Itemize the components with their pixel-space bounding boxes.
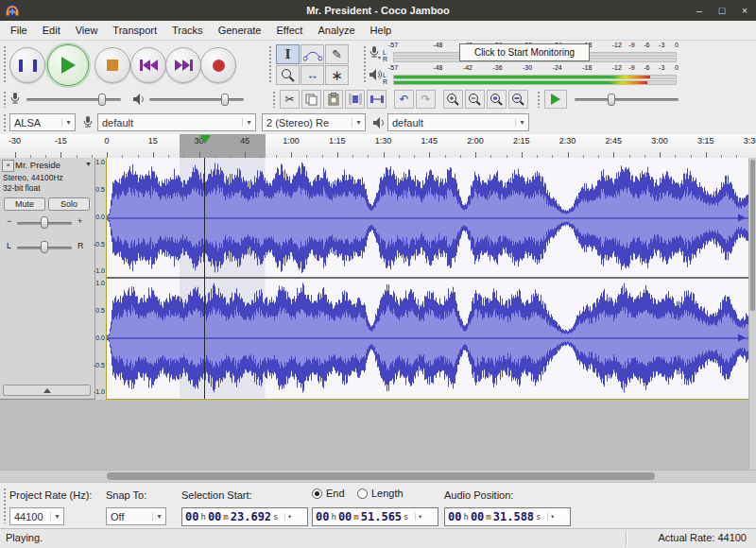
menu-analyze[interactable]: Analyze bbox=[310, 23, 362, 38]
end-radio[interactable] bbox=[312, 488, 322, 499]
selection-end-timebox[interactable]: 00h 00m 51.565s ▾ bbox=[312, 507, 438, 526]
menu-generate[interactable]: Generate bbox=[211, 23, 269, 38]
length-radio-group[interactable]: Length bbox=[357, 488, 404, 499]
snap-to-label: Snap To: bbox=[106, 489, 146, 501]
audio-host-value: ALSA bbox=[10, 117, 61, 128]
silence-audio-button[interactable] bbox=[367, 90, 387, 109]
monitoring-tooltip[interactable]: Click to Start Monitoring bbox=[459, 43, 590, 61]
audio-position-timebox[interactable]: 00h 00m 31.588s ▾ bbox=[444, 507, 571, 526]
timeshift-tool-button[interactable]: ↔ bbox=[301, 65, 324, 85]
transcription-toolbar-grip[interactable] bbox=[537, 91, 541, 108]
menu-help[interactable]: Help bbox=[363, 23, 400, 38]
stop-button[interactable] bbox=[94, 47, 130, 83]
horizontal-scrollbar[interactable] bbox=[0, 470, 756, 482]
mixer-toolbar-grip[interactable] bbox=[3, 91, 7, 108]
microphone-icon bbox=[369, 45, 381, 60]
play-speed-knob[interactable] bbox=[608, 94, 615, 106]
track-close-button[interactable]: × bbox=[2, 160, 14, 172]
selection-toolbar-grip[interactable] bbox=[3, 488, 7, 523]
envelope-tool-button[interactable] bbox=[301, 44, 324, 64]
menu-view[interactable]: View bbox=[68, 23, 106, 38]
tools-toolbar-grip[interactable] bbox=[268, 45, 272, 83]
paste-button[interactable] bbox=[323, 90, 343, 109]
selection-tool-button[interactable]: I bbox=[276, 44, 300, 64]
menu-transport[interactable]: Transport bbox=[105, 23, 164, 38]
input-channels-select[interactable]: 2 (Stereo) Re ▾ bbox=[262, 113, 366, 131]
fit-project-button[interactable] bbox=[508, 90, 528, 109]
skip-to-start-button[interactable] bbox=[130, 47, 166, 83]
time-format-arrow-icon[interactable]: ▾ bbox=[415, 513, 422, 521]
transport-toolbar-grip[interactable] bbox=[3, 45, 7, 83]
sel-start-seconds: 23.692 bbox=[231, 510, 271, 523]
edit-toolbar-grip[interactable] bbox=[272, 91, 276, 108]
fit-selection-button[interactable] bbox=[487, 90, 507, 109]
db-scale-label: -3 bbox=[659, 42, 664, 48]
minimize-button[interactable]: – bbox=[688, 0, 711, 21]
maximize-button[interactable]: □ bbox=[711, 0, 733, 21]
meter-toolbar-grip[interactable] bbox=[363, 45, 367, 83]
pan-knob[interactable] bbox=[41, 241, 48, 253]
time-format-arrow-icon[interactable]: ▾ bbox=[547, 513, 555, 521]
undo-button[interactable]: ↶ bbox=[394, 90, 414, 109]
vertical-scrollbar[interactable] bbox=[748, 158, 756, 470]
playhead-triangle-icon[interactable] bbox=[199, 135, 211, 144]
record-volume-slider[interactable] bbox=[26, 98, 121, 101]
track-title[interactable]: Mr. Preside bbox=[15, 160, 79, 170]
play-at-speed-button[interactable] bbox=[544, 90, 567, 109]
recording-meter[interactable]: L R -57-48-42-36-30-24-18-12-9-6-30 Clic… bbox=[369, 42, 701, 63]
snap-to-select[interactable]: Off ▾ bbox=[106, 507, 166, 525]
playback-volume-knob[interactable] bbox=[221, 94, 229, 106]
timeline-tick bbox=[629, 155, 630, 158]
time-format-arrow-icon[interactable]: ▾ bbox=[284, 513, 292, 521]
trim-audio-button[interactable] bbox=[345, 90, 365, 109]
output-device-select[interactable]: default ▾ bbox=[387, 113, 529, 131]
solo-button[interactable]: Solo bbox=[48, 197, 90, 211]
copy-button[interactable] bbox=[301, 90, 321, 109]
timeline-tick bbox=[92, 155, 93, 158]
skip-to-end-button[interactable] bbox=[165, 47, 201, 83]
timeline-tick bbox=[322, 155, 323, 158]
length-radio[interactable] bbox=[357, 488, 368, 499]
playback-volume-slider[interactable] bbox=[149, 98, 244, 101]
db-scale-label: -3 bbox=[659, 64, 664, 71]
input-device-select[interactable]: default ▾ bbox=[97, 113, 256, 131]
project-rate-select[interactable]: 44100 ▾ bbox=[9, 507, 64, 525]
play-left-label: L bbox=[383, 72, 390, 78]
cut-button[interactable]: ✂ bbox=[280, 90, 300, 109]
output-device-value: default bbox=[388, 117, 515, 128]
menu-tracks[interactable]: Tracks bbox=[164, 23, 211, 38]
stereo-waveform[interactable] bbox=[107, 158, 748, 398]
zoom-in-button[interactable] bbox=[443, 90, 463, 109]
horizontal-scrollbar-thumb[interactable] bbox=[107, 472, 655, 480]
device-toolbar-grip[interactable] bbox=[3, 113, 7, 131]
menu-effect[interactable]: Effect bbox=[269, 23, 311, 38]
ibeam-icon: I bbox=[284, 47, 290, 61]
pause-button[interactable] bbox=[9, 47, 45, 83]
audio-host-select[interactable]: ALSA ▾ bbox=[9, 113, 76, 131]
redo-button[interactable]: ↷ bbox=[416, 90, 436, 109]
record-volume-knob[interactable] bbox=[98, 94, 106, 106]
track-collapse-button[interactable] bbox=[3, 385, 91, 396]
timeline-ruler[interactable]: -30-1501530451:001:151:301:452:002:152:3… bbox=[0, 134, 756, 159]
gain-knob[interactable] bbox=[41, 216, 48, 229]
track-control-panel: × Mr. Preside ▼ Stereo, 44100Hz 32-bit f… bbox=[0, 158, 95, 400]
multi-tool-button[interactable]: ∗ bbox=[325, 65, 349, 85]
play-at-speed-icon bbox=[551, 94, 560, 105]
track-menu-arrow-icon[interactable]: ▼ bbox=[85, 161, 92, 167]
record-button[interactable] bbox=[200, 47, 236, 83]
multi-tool-icon: ∗ bbox=[331, 67, 343, 84]
playback-meter[interactable]: L R -57-48-42-36-30-24-18-12-9-6-30 bbox=[369, 64, 701, 86]
selection-start-timebox[interactable]: 00h 00m 23.692s ▾ bbox=[181, 507, 308, 526]
menu-edit[interactable]: Edit bbox=[35, 23, 68, 38]
menu-file[interactable]: File bbox=[3, 23, 35, 38]
close-button[interactable]: × bbox=[733, 0, 756, 21]
vertical-scrollbar-thumb[interactable] bbox=[750, 160, 755, 311]
play-button[interactable] bbox=[47, 44, 89, 86]
timeline-tick-label: 2:30 bbox=[559, 136, 576, 146]
zoom-out-button[interactable] bbox=[465, 90, 485, 109]
draw-tool-button[interactable]: ✎ bbox=[325, 44, 349, 64]
zoom-tool-button[interactable] bbox=[276, 65, 300, 85]
mute-button[interactable]: Mute bbox=[4, 197, 45, 211]
end-radio-group[interactable]: End bbox=[312, 488, 345, 499]
play-speed-slider[interactable] bbox=[575, 98, 679, 101]
